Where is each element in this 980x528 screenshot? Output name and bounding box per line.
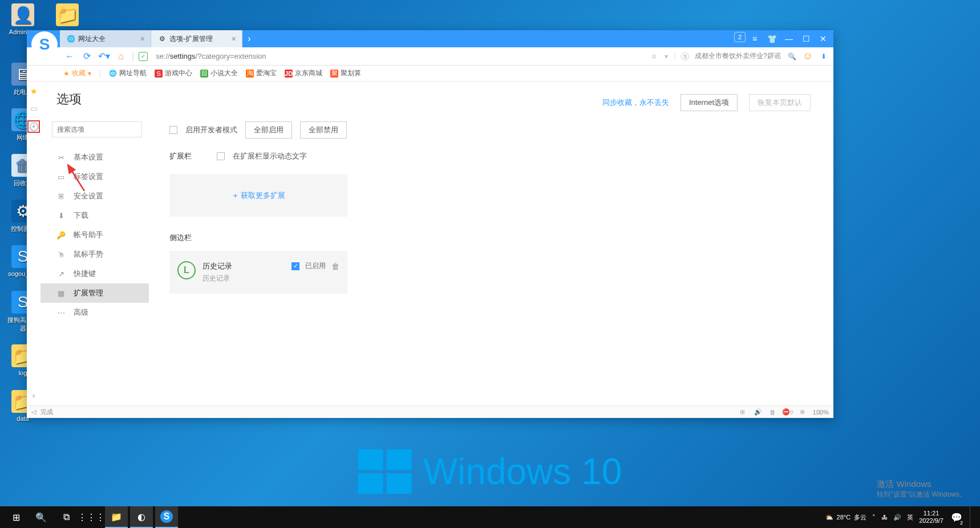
sync-link[interactable]: 同步收藏，永不丢失 bbox=[602, 98, 669, 108]
get-more-extensions[interactable]: ＋ 获取更多扩展 bbox=[169, 174, 347, 217]
date: 2022/9/7 bbox=[919, 517, 943, 525]
statusbar: ◁ 完成 ⛨ 🔊 🗑 ⛔0 ⊕ 100% bbox=[27, 405, 833, 418]
search-hint[interactable]: 成都全市餐饮外卖停业?辟谣 bbox=[695, 51, 781, 61]
trash-icon[interactable]: 🗑 bbox=[768, 408, 777, 417]
new-tab-button[interactable]: › bbox=[242, 30, 256, 47]
extension-name: 历史记录 bbox=[203, 261, 285, 271]
tab-sites[interactable]: 🌐 网址大全 × bbox=[60, 30, 151, 47]
ju-icon: 聚 bbox=[330, 70, 338, 78]
menu-advanced[interactable]: ⋯高级 bbox=[41, 303, 149, 322]
reload-button[interactable]: ⟳ bbox=[80, 50, 93, 63]
bookmark-ju[interactable]: 聚聚划算 bbox=[330, 68, 361, 78]
ext-bar-label: 扩展栏 bbox=[169, 151, 192, 161]
network-icon[interactable]: 🖧 bbox=[881, 514, 888, 521]
browser-logo-icon[interactable]: S bbox=[31, 31, 58, 58]
home-button[interactable]: ⌂ bbox=[115, 50, 127, 63]
disable-all-button[interactable]: 全部禁用 bbox=[300, 121, 347, 139]
internet-options-button[interactable]: Internet选项 bbox=[681, 94, 738, 111]
menu-tabs[interactable]: ▭标签设置 bbox=[41, 167, 149, 186]
tabs-icon: ▭ bbox=[56, 172, 66, 181]
enable-all-button[interactable]: 全部启用 bbox=[245, 121, 292, 139]
show-text-label: 在扩展栏显示动态文字 bbox=[233, 151, 307, 161]
search-icon[interactable]: 🔍 bbox=[787, 51, 797, 62]
zoom-level[interactable]: 100% bbox=[813, 409, 829, 416]
clock[interactable]: 11:21 2022/9/7 bbox=[919, 510, 943, 525]
apps-button[interactable]: ⋮⋮⋮ bbox=[80, 506, 103, 528]
volume-icon[interactable]: 🔊 bbox=[893, 514, 901, 521]
download-icon[interactable]: ⬇ bbox=[819, 51, 829, 62]
bookmark-novel[interactable]: 目小说大全 bbox=[200, 68, 238, 78]
ime-indicator[interactable]: 英 bbox=[907, 513, 913, 522]
sidebar-history-icon[interactable]: 🕘 bbox=[27, 120, 40, 133]
dots-icon: ⋯ bbox=[56, 308, 66, 317]
sidebar-add-icon[interactable]: + bbox=[29, 391, 39, 401]
skin-icon[interactable]: 👕 bbox=[764, 32, 780, 46]
show-text-checkbox[interactable] bbox=[217, 152, 225, 160]
undo-button[interactable]: ↶▾ bbox=[98, 50, 110, 63]
tab-settings[interactable]: ⚙ 选项-扩展管理 × bbox=[151, 30, 242, 47]
shield-icon[interactable]: ✓ bbox=[139, 52, 148, 61]
tab-title: 选项-扩展管理 bbox=[169, 34, 213, 44]
status-arrow-icon[interactable]: ◁ bbox=[31, 408, 36, 416]
download-icon: ⬇ bbox=[56, 211, 66, 220]
explorer-button[interactable]: 📁 bbox=[105, 506, 128, 528]
bookmark-game[interactable]: S游戏中心 bbox=[155, 68, 192, 78]
security-status-icon[interactable]: ⛨ bbox=[739, 408, 748, 417]
show-desktop-button[interactable] bbox=[970, 506, 973, 528]
menu-gesture[interactable]: 🖱鼠标手势 bbox=[41, 245, 149, 264]
activate-title: 激活 Windows bbox=[877, 479, 966, 490]
tab-count-badge[interactable]: 2 bbox=[734, 32, 746, 42]
user-icon[interactable]: ☺ bbox=[803, 51, 813, 62]
close-icon[interactable]: × bbox=[232, 34, 236, 43]
tray-chevron-icon[interactable]: ˄ bbox=[872, 514, 876, 521]
menu-download[interactable]: ⬇下载 bbox=[41, 206, 149, 225]
mute-icon[interactable]: 🔊 bbox=[754, 408, 763, 417]
zoom-icon[interactable]: ⊕ bbox=[798, 408, 807, 417]
dev-mode-label: 启用开发者模式 bbox=[185, 125, 237, 135]
close-button[interactable]: ✕ bbox=[815, 32, 831, 46]
start-button[interactable]: ⊞ bbox=[5, 506, 27, 528]
arrow-icon: ↗ bbox=[56, 269, 66, 278]
back-button[interactable]: ← bbox=[63, 50, 76, 63]
app-button[interactable]: ◐ bbox=[130, 506, 153, 528]
trash-icon[interactable]: 🗑 bbox=[331, 262, 339, 271]
notifications-button[interactable]: 💬2 bbox=[949, 506, 964, 528]
address-bar: ← ⟳ ↶▾ ⌂ | ✓ se://settings/?category=ext… bbox=[27, 47, 833, 66]
restore-defaults-button[interactable]: 恢复本页默认 bbox=[749, 94, 811, 111]
search-button[interactable]: 🔍 bbox=[30, 506, 52, 528]
weather-text: 多云 bbox=[854, 513, 866, 522]
sogou-button[interactable]: S bbox=[155, 506, 178, 528]
menu-security[interactable]: ⛨安全设置 bbox=[41, 186, 149, 206]
menu-account[interactable]: 🔑帐号助手 bbox=[41, 225, 149, 245]
get-more-link[interactable]: ＋ 获取更多扩展 bbox=[232, 191, 286, 200]
dev-mode-checkbox[interactable] bbox=[169, 126, 177, 134]
favorites-menu[interactable]: ★ 收藏 ▾ bbox=[63, 68, 91, 78]
weather-temp: 28°C bbox=[837, 514, 851, 521]
enabled-checkbox[interactable]: ✓ bbox=[291, 262, 299, 270]
desktop-icon-folder[interactable]: 📁 bbox=[48, 3, 87, 29]
menu-basic[interactable]: ✂基本设置 bbox=[41, 148, 149, 167]
task-view-button[interactable]: ⧉ bbox=[55, 506, 78, 528]
dropdown-icon[interactable]: ▾ bbox=[665, 52, 668, 60]
minimize-button[interactable]: — bbox=[781, 32, 797, 46]
bookmark-taobao[interactable]: 淘爱淘宝 bbox=[246, 68, 277, 78]
menu-shortcut[interactable]: ↗快捷键 bbox=[41, 264, 149, 283]
maximize-button[interactable]: ☐ bbox=[798, 32, 814, 46]
search-input[interactable] bbox=[52, 121, 142, 137]
menu-extensions[interactable]: ▦扩展管理 bbox=[41, 283, 149, 303]
adblock-icon[interactable]: ⛔0 bbox=[783, 408, 792, 417]
star-icon[interactable]: ☆ bbox=[649, 51, 659, 62]
url-input[interactable]: se://settings/?category=extension bbox=[152, 51, 644, 62]
bookmark-jd[interactable]: JD京东商城 bbox=[285, 68, 322, 78]
windows-logo: Windows 10 bbox=[358, 449, 622, 494]
close-icon[interactable]: × bbox=[140, 34, 145, 43]
sidebar-read-icon[interactable]: ▭ bbox=[29, 103, 39, 113]
settings-page: 选项 ✂基本设置 ▭标签设置 ⛨安全设置 ⬇下载 🔑帐号助手 🖱鼠标手势 ↗快捷… bbox=[41, 82, 833, 405]
time: 11:21 bbox=[919, 510, 943, 517]
weather-widget[interactable]: ⛅ 28°C 多云 bbox=[825, 513, 867, 522]
menu-icon[interactable]: ≡ bbox=[747, 32, 763, 46]
enabled-label: 已启用 bbox=[305, 261, 326, 271]
sidebar-favorites-icon[interactable]: ★ bbox=[29, 86, 39, 96]
bookmark-nav[interactable]: 🌐网址导航 bbox=[109, 68, 147, 78]
sidebar-section-label: 侧边栏 bbox=[169, 233, 833, 243]
